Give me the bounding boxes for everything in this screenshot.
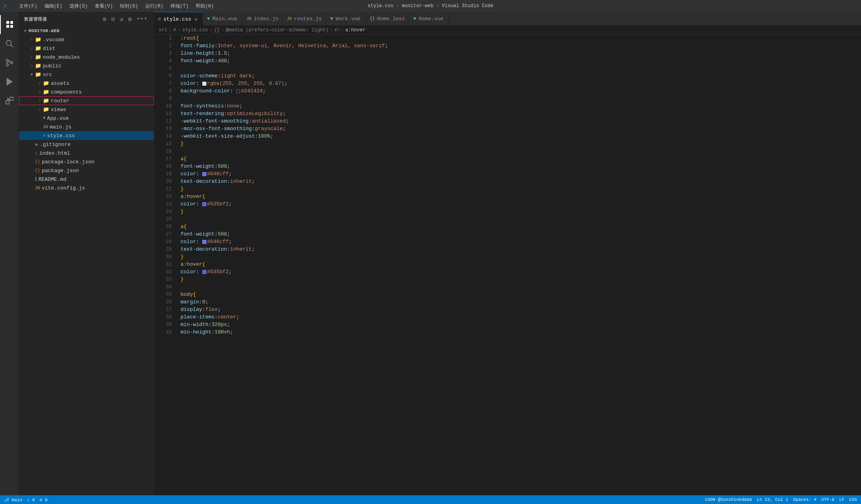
folder-icon: 📁	[43, 106, 49, 113]
code-line: font-weight: 500;	[181, 230, 861, 238]
tab-work-vue[interactable]: ▼ Work.vue	[326, 12, 366, 26]
code-line: font-weight: 500;	[181, 163, 861, 170]
status-spaces[interactable]: Spaces: 4	[793, 497, 817, 502]
code-line: text-rendering: optimizeLegibility;	[181, 110, 861, 117]
menu-bar: 文件(F) 编辑(E) 选择(S) 查看(V) 转到(G) 运行(R) 终端(T…	[16, 2, 217, 10]
code-line: a {	[181, 223, 861, 230]
code-line: display: flex;	[181, 306, 861, 313]
folder-icon: 📁	[43, 89, 49, 95]
status-encoding[interactable]: UTF-8	[821, 497, 834, 502]
menu-edit[interactable]: 编辑(E)	[41, 2, 66, 10]
breadcrumb-src[interactable]: src	[159, 27, 167, 33]
tree-item-index-html[interactable]: ◇ index.html	[19, 149, 154, 157]
code-line: -webkit-font-smoothing: antialiased;	[181, 117, 861, 125]
code-line: min-width: 320px;	[181, 321, 861, 328]
tab-home-less[interactable]: {} Home.less	[366, 12, 409, 26]
tab-close-style-css[interactable]: ✕	[194, 15, 198, 23]
code-content[interactable]: :root { font-family: Inter, system-ui, A…	[176, 34, 861, 495]
breadcrumb-braces[interactable]: {}	[214, 27, 219, 33]
tree-item-package-lock[interactable]: {} package-lock.json	[19, 157, 154, 166]
tree-item-vite-config[interactable]: JS vite.config.js	[19, 184, 154, 192]
more-icon[interactable]: •••	[135, 15, 149, 23]
status-eol[interactable]: LF	[839, 497, 844, 502]
tab-home-vue[interactable]: ▼ Home.vue	[409, 12, 449, 26]
folder-icon: 📁	[35, 45, 41, 52]
code-line: background-color: #242424;	[181, 87, 861, 95]
source-control-activity-icon[interactable]	[0, 53, 19, 72]
breadcrumb-tag[interactable]: 🏷	[334, 27, 339, 33]
code-line: font-synthesis: none;	[181, 102, 861, 110]
tree-item-main-js[interactable]: JS main.js	[19, 123, 154, 131]
less-tab-icon: {}	[370, 17, 375, 21]
status-cursor[interactable]: Ln 23, Col 1	[757, 497, 788, 502]
status-branch[interactable]: ⎇ main	[4, 497, 22, 502]
breadcrumb-sep: ›	[330, 27, 333, 33]
tree-item-src[interactable]: ▼ 📁 src	[19, 70, 154, 79]
breadcrumb-hash[interactable]: #	[173, 27, 176, 33]
menu-run[interactable]: 运行(R)	[142, 2, 167, 10]
tree-item-dist[interactable]: › 📁 dist	[19, 44, 154, 53]
tree-item-style-css[interactable]: # style.css	[19, 131, 154, 140]
run-activity-icon[interactable]	[0, 72, 19, 91]
editor-content[interactable]: 1 2 3 4 5 6 7 8 9 10 11 12 13 14 15 16 1…	[154, 34, 861, 495]
folder-icon: 📁	[43, 98, 49, 104]
tab-main-vue[interactable]: ▼ Main.vue	[203, 12, 242, 26]
svg-rect-2	[10, 21, 13, 24]
new-folder-icon[interactable]: ⊟	[110, 15, 117, 23]
menu-goto[interactable]: 转到(G)	[117, 2, 141, 10]
code-line: }	[181, 208, 861, 215]
tree-item-readme[interactable]: ℹ README.md	[19, 175, 154, 184]
tree-item-app-vue[interactable]: ▼ App.vue	[19, 114, 154, 123]
search-activity-icon[interactable]	[0, 34, 19, 53]
status-warnings[interactable]: ⊘ 0	[40, 497, 48, 502]
status-language[interactable]: CSS	[849, 497, 857, 502]
extensions-activity-icon[interactable]	[0, 91, 19, 110]
js-icon: JS	[43, 125, 48, 129]
breadcrumb-ahover[interactable]: a:hover	[346, 27, 365, 33]
tree-item-package-json[interactable]: {} package.json	[19, 166, 154, 175]
tree-item-gitignore[interactable]: ◈ .gitignore	[19, 140, 154, 149]
tree-label: views	[51, 107, 66, 113]
tree-item-assets[interactable]: › 📁 assets	[19, 79, 154, 88]
tab-index-js[interactable]: JS index.js	[242, 12, 283, 26]
root-label: MONITOR-WEB	[29, 29, 60, 33]
code-line: a:hover {	[181, 261, 861, 268]
code-line: text-decoration: inherit;	[181, 245, 861, 253]
code-line: color: rgba(255, 255, 255, 0.87);	[181, 80, 861, 87]
explorer-activity-icon[interactable]	[0, 15, 19, 34]
tab-style-css[interactable]: # style.css ✕	[154, 12, 203, 26]
menu-help[interactable]: 帮助(H)	[192, 2, 217, 10]
html-icon: ◇	[35, 151, 38, 156]
refresh-icon[interactable]: ↺	[118, 15, 125, 23]
breadcrumb-sep: ›	[341, 27, 344, 33]
code-line: -webkit-text-size-adjust: 100%;	[181, 132, 861, 140]
tree-label: package-lock.json	[42, 159, 94, 165]
tree-item-router[interactable]: › 📁 router	[19, 96, 154, 105]
tab-label: Home.less	[377, 16, 405, 22]
svg-rect-11	[10, 97, 13, 100]
menu-file[interactable]: 文件(F)	[16, 2, 40, 10]
tab-label: routes.js	[294, 16, 322, 22]
code-line: font-family: Inter, system-ui, Avenir, H…	[181, 42, 861, 50]
tree-label: components	[51, 89, 82, 95]
tree-label: .gitignore	[40, 142, 71, 148]
menu-select[interactable]: 选择(S)	[66, 2, 91, 10]
breadcrumb: src › # › style.css › {} › @media (prefe…	[154, 26, 861, 34]
tree-item-views[interactable]: › 📁 views	[19, 105, 154, 114]
tab-routes-js[interactable]: JS routes.js	[283, 12, 326, 26]
status-bar: ⎇ main ⚠ 0 ⊘ 0 CSDN @Sunshinedada Ln 23,…	[0, 495, 861, 504]
collapse-icon[interactable]: ⊠	[127, 15, 133, 23]
status-errors[interactable]: ⚠ 0	[27, 497, 35, 502]
tree-item-public[interactable]: › 📁 public	[19, 61, 154, 70]
breadcrumb-media[interactable]: @media (prefers-color-scheme: light)	[226, 27, 329, 33]
tree-item-vscode[interactable]: › 📁 .vscode	[19, 35, 154, 44]
tree-item-components[interactable]: › 📁 components	[19, 88, 154, 96]
menu-terminal[interactable]: 终端(T)	[167, 2, 192, 10]
tree-item-node-modules[interactable]: › 📁 node_modules	[19, 53, 154, 61]
editor-container: # style.css ✕ ▼ Main.vue JS index.js JS …	[154, 12, 861, 495]
tree-label: README.md	[38, 176, 66, 182]
breadcrumb-file[interactable]: style.css	[182, 27, 208, 33]
menu-view[interactable]: 查看(V)	[92, 2, 116, 10]
new-file-icon[interactable]: ⊞	[101, 15, 108, 23]
root-folder[interactable]: ▼ MONITOR-WEB	[19, 27, 154, 35]
